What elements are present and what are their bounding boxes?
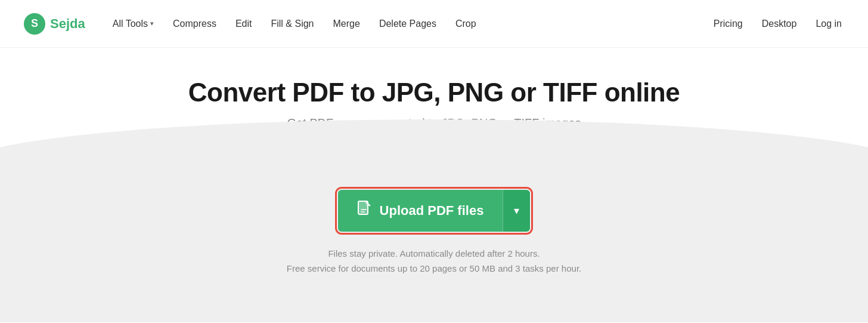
upload-dropdown-button[interactable]: ▾ xyxy=(503,190,530,232)
main-content: Convert PDF to JPG, PNG or TIFF online G… xyxy=(0,48,868,276)
upload-button[interactable]: Upload PDF files xyxy=(338,190,503,232)
nav-item-edit[interactable]: Edit xyxy=(227,14,261,34)
upload-button-wrapper: Upload PDF files ▾ xyxy=(338,190,531,232)
privacy-line-1: Files stay private. Automatically delete… xyxy=(287,246,581,262)
nav-label-edit: Edit xyxy=(235,19,252,29)
chevron-down-icon: ▾ xyxy=(150,20,154,27)
nav-item-merge[interactable]: Merge xyxy=(325,14,368,34)
nav-item-compress[interactable]: Compress xyxy=(165,14,225,34)
nav-item-crop[interactable]: Crop xyxy=(447,14,485,34)
nav-item-all-tools[interactable]: All Tools ▾ xyxy=(104,14,162,34)
nav-label-delete-pages: Delete Pages xyxy=(379,19,436,29)
nav-login[interactable]: Log in xyxy=(813,14,844,34)
logo-text: Sejda xyxy=(50,16,85,32)
privacy-line-2: Free service for documents up to 20 page… xyxy=(287,261,581,276)
logo[interactable]: S Sejda xyxy=(24,13,85,35)
nav-label-crop: Crop xyxy=(455,19,476,29)
nav-right: Pricing Desktop Log in xyxy=(711,14,844,34)
nav-label-all-tools: All Tools xyxy=(113,19,148,29)
main-nav: All Tools ▾ Compress Edit Fill & Sign Me… xyxy=(104,14,485,34)
nav-pricing[interactable]: Pricing xyxy=(711,14,745,34)
privacy-notice: Files stay private. Automatically delete… xyxy=(287,246,581,276)
pdf-file-icon xyxy=(357,201,373,221)
nav-label-fill-sign: Fill & Sign xyxy=(271,19,314,29)
nav-label-compress: Compress xyxy=(173,19,216,29)
nav-item-delete-pages[interactable]: Delete Pages xyxy=(371,14,445,34)
page-title: Convert PDF to JPG, PNG or TIFF online xyxy=(188,78,680,108)
nav-label-merge: Merge xyxy=(333,19,360,29)
logo-icon: S xyxy=(24,13,45,35)
nav-desktop[interactable]: Desktop xyxy=(760,14,799,34)
chevron-down-icon: ▾ xyxy=(514,204,519,217)
nav-left: S Sejda All Tools ▾ Compress Edit Fill &… xyxy=(24,13,485,35)
header: S Sejda All Tools ▾ Compress Edit Fill &… xyxy=(0,0,868,48)
upload-button-label: Upload PDF files xyxy=(380,203,484,219)
upload-section: Upload PDF files ▾ Files stay private. A… xyxy=(287,190,581,276)
nav-item-fill-sign[interactable]: Fill & Sign xyxy=(262,14,322,34)
